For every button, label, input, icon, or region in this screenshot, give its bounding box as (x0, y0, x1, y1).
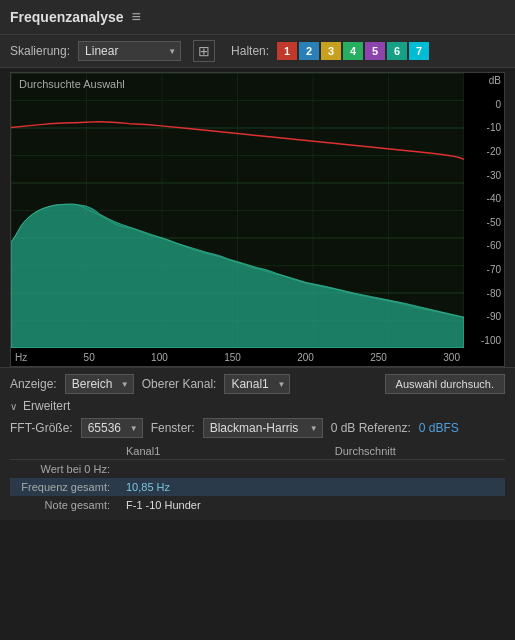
halten-btn-5[interactable]: 5 (365, 42, 385, 60)
controls-row-1: Anzeige: Bereich Linie Oberer Kanal: Kan… (10, 374, 505, 394)
fft-row: FFT-Größe: 65536 32768 16384 8192 Fenste… (10, 418, 505, 438)
chart-label: Durchsuchte Auswahl (19, 78, 125, 90)
halten-btn-1[interactable]: 1 (277, 42, 297, 60)
table-header-empty (10, 443, 120, 460)
x-label-hz: Hz (15, 352, 27, 363)
x-label-200: 200 (297, 352, 314, 363)
table-header-durchschnitt: Durchschnitt (329, 443, 505, 460)
halten-btn-2[interactable]: 2 (299, 42, 319, 60)
chart-x-axis: Hz 50 100 150 200 250 300 (11, 348, 464, 366)
y-label--50: -50 (467, 217, 501, 228)
y-label--100: -100 (467, 335, 501, 346)
row-val-0hz-kanal (120, 460, 329, 479)
row-label-0hz: Wert bei 0 Hz: (10, 460, 120, 479)
fft-select-wrapper: 65536 32768 16384 8192 (81, 418, 143, 438)
x-label-50: 50 (84, 352, 95, 363)
y-label--40: -40 (467, 193, 501, 204)
x-label-150: 150 (224, 352, 241, 363)
chart-y-axis: dB 0 -10 -20 -30 -40 -50 -60 -70 -80 -90… (464, 73, 504, 348)
erweitert-chevron-icon: ∨ (10, 401, 17, 412)
erweitert-label: Erweitert (23, 399, 70, 413)
auswahl-button[interactable]: Auswahl durchsuch. (385, 374, 505, 394)
anzeige-select[interactable]: Bereich Linie (65, 374, 134, 394)
erweitert-row[interactable]: ∨ Erweitert (10, 399, 505, 413)
skalierung-select-wrapper: Linear Logarithmisch (78, 41, 181, 61)
halten-label: Halten: (231, 44, 269, 58)
table-header-kanal1: Kanal1 (120, 443, 329, 460)
fenster-label: Fenster: (151, 421, 195, 435)
x-label-250: 250 (370, 352, 387, 363)
x-label-300: 300 (443, 352, 460, 363)
y-label--80: -80 (467, 288, 501, 299)
bottom-controls: Anzeige: Bereich Linie Oberer Kanal: Kan… (0, 367, 515, 520)
page-title: Frequenzanalyse (10, 9, 124, 25)
anzeige-select-wrapper: Bereich Linie (65, 374, 134, 394)
oberer-kanal-select[interactable]: Kanal1 Kanal2 (224, 374, 290, 394)
skalierung-label: Skalierung: (10, 44, 70, 58)
fenster-select-wrapper: Blackman-Harris Hann Hamming Rectangle (203, 418, 323, 438)
y-label--10: -10 (467, 122, 501, 133)
x-label-100: 100 (151, 352, 168, 363)
toolbar: Skalierung: Linear Logarithmisch ⊞ Halte… (0, 35, 515, 68)
halten-btn-6[interactable]: 6 (387, 42, 407, 60)
ref-label: 0 dB Referenz: (331, 421, 411, 435)
y-label-0: 0 (467, 99, 501, 110)
skalierung-select[interactable]: Linear Logarithmisch (78, 41, 181, 61)
chart-svg (11, 73, 464, 348)
y-label--70: -70 (467, 264, 501, 275)
y-label--30: -30 (467, 170, 501, 181)
row-val-freq-kanal: 10,85 Hz (120, 478, 329, 496)
grid-icon[interactable]: ⊞ (193, 40, 215, 62)
fft-select[interactable]: 65536 32768 16384 8192 (81, 418, 143, 438)
table-row-note: Note gesamt: F-1 -10 Hunder (10, 496, 505, 514)
row-label-note: Note gesamt: (10, 496, 120, 514)
data-table: Kanal1 Durchschnitt Wert bei 0 Hz: Frequ… (10, 443, 505, 514)
ref-value: 0 dBFS (419, 421, 459, 435)
row-label-freq: Frequenz gesamt: (10, 478, 120, 496)
anzeige-label: Anzeige: (10, 377, 57, 391)
oberer-kanal-select-wrapper: Kanal1 Kanal2 (224, 374, 290, 394)
row-val-note-kanal: F-1 -10 Hunder (120, 496, 329, 514)
y-label--60: -60 (467, 240, 501, 251)
halten-buttons: 1 2 3 4 5 6 7 (277, 42, 429, 60)
y-label-db: dB (467, 75, 501, 86)
menu-icon[interactable]: ≡ (132, 8, 141, 26)
y-label--90: -90 (467, 311, 501, 322)
header: Frequenzanalyse ≡ (0, 0, 515, 35)
oberer-kanal-label: Oberer Kanal: (142, 377, 217, 391)
halten-btn-7[interactable]: 7 (409, 42, 429, 60)
halten-btn-4[interactable]: 4 (343, 42, 363, 60)
halten-btn-3[interactable]: 3 (321, 42, 341, 60)
row-val-0hz-avg (329, 460, 505, 479)
fenster-select[interactable]: Blackman-Harris Hann Hamming Rectangle (203, 418, 323, 438)
y-label--20: -20 (467, 146, 501, 157)
fft-label: FFT-Größe: (10, 421, 73, 435)
row-val-freq-avg (329, 478, 505, 496)
row-val-note-avg (329, 496, 505, 514)
table-row: Wert bei 0 Hz: (10, 460, 505, 479)
table-row-freq: Frequenz gesamt: 10,85 Hz (10, 478, 505, 496)
chart-container: Durchsuchte Auswahl dB 0 -1 (10, 72, 505, 367)
